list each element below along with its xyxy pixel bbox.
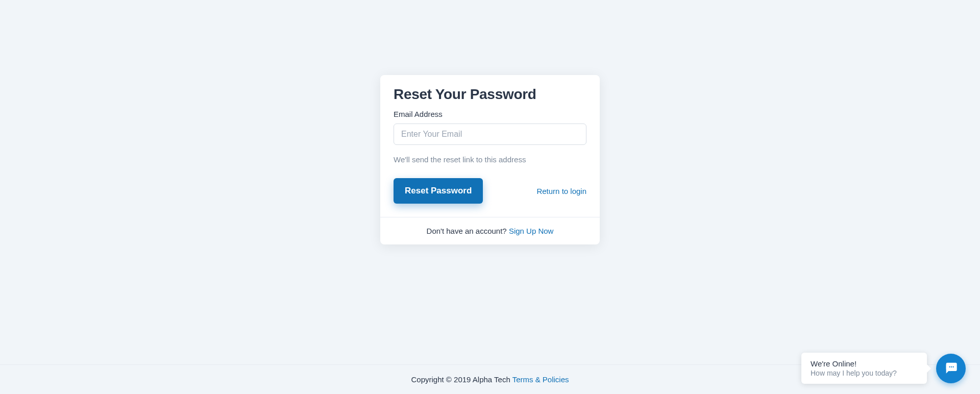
chat-status-title: We're Online! [811, 359, 918, 368]
page-title: Reset Your Password [394, 86, 586, 103]
svg-point-1 [951, 366, 952, 367]
svg-point-2 [953, 366, 954, 367]
chat-widget: We're Online! How may I help you today? [801, 353, 966, 384]
chat-icon [944, 360, 958, 377]
signup-link[interactable]: Sign Up Now [509, 227, 554, 235]
copyright-text: Copyright © 2019 Alpha Tech [411, 375, 512, 384]
email-input[interactable] [394, 124, 586, 145]
svg-point-0 [949, 366, 950, 367]
card-footer: Don't have an account? Sign Up Now [380, 217, 600, 244]
reset-password-card: Reset Your Password Email Address We'll … [380, 75, 600, 244]
terms-policies-link[interactable]: Terms & Policies [512, 375, 569, 384]
actions-row: Reset Password Return to login [394, 178, 586, 204]
chat-launcher-button[interactable] [936, 354, 966, 383]
main-container: Reset Your Password Email Address We'll … [0, 0, 980, 291]
return-to-login-link[interactable]: Return to login [536, 187, 586, 195]
reset-password-button[interactable]: Reset Password [394, 178, 483, 204]
helper-text: We'll send the reset link to this addres… [394, 155, 586, 164]
email-label: Email Address [394, 110, 586, 118]
chat-status-subtitle: How may I help you today? [811, 369, 918, 377]
card-body: Reset Your Password Email Address We'll … [380, 75, 600, 217]
chat-bubble: We're Online! How may I help you today? [801, 353, 927, 384]
signup-prompt-text: Don't have an account? [427, 227, 509, 235]
